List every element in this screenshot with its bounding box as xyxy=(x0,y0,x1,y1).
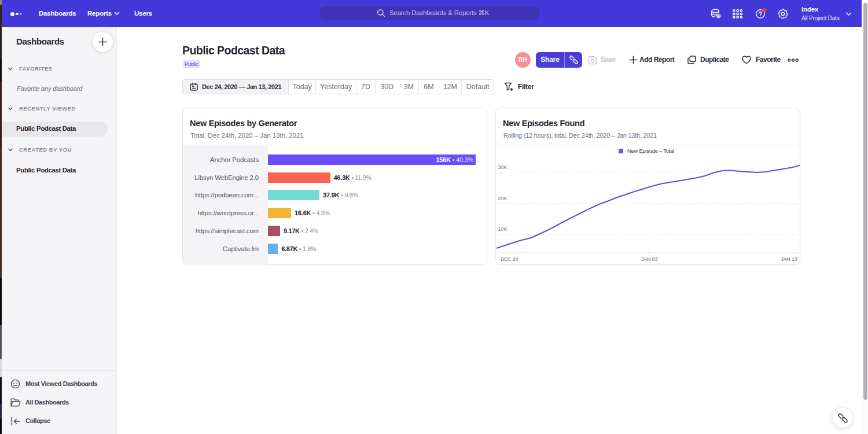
svg-text:?: ? xyxy=(759,11,762,17)
svg-text:DEC 24: DEC 24 xyxy=(501,256,518,262)
svg-text:10K: 10K xyxy=(498,226,508,232)
svg-text:20K: 20K xyxy=(498,195,508,201)
svg-text:JAN 03: JAN 03 xyxy=(641,256,658,262)
svg-text:30K: 30K xyxy=(498,164,508,170)
svg-text:JAN 13: JAN 13 xyxy=(781,256,797,262)
